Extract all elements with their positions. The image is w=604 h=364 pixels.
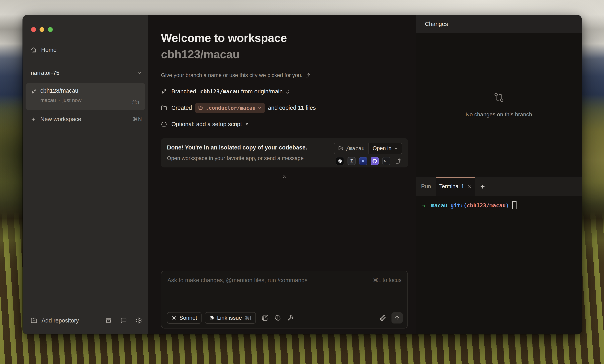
- brain-button[interactable]: [275, 315, 281, 321]
- composer-placeholder: Ask to make changes, @mention files, run…: [167, 277, 402, 284]
- notebook-pen-button[interactable]: [262, 315, 268, 321]
- corner-right-up-icon: [305, 73, 310, 78]
- link-issue-shortcut: ⌘I: [245, 315, 252, 321]
- tab-terminal-1[interactable]: Terminal 1: [436, 177, 475, 196]
- new-workspace-button[interactable]: New workspace ⌘N: [23, 113, 148, 126]
- workspace-item-text: cbh123/macau macau · just now: [40, 87, 81, 110]
- prompt-git-open: git:(: [451, 202, 467, 208]
- terminal-output[interactable]: → macau git:( cbh123/macau ): [416, 196, 582, 334]
- terminal-glyph: >_: [384, 159, 389, 163]
- branch-name-hint: Give your branch a name or use this city…: [161, 72, 408, 78]
- folder-open-icon: [198, 106, 203, 110]
- home-label: Home: [41, 47, 57, 53]
- settings-button[interactable]: [136, 317, 142, 324]
- message-bubble-icon: [120, 317, 127, 324]
- meta-separator: ·: [58, 97, 60, 103]
- composer-toolbar: Sonnet Link issue ⌘I: [167, 312, 403, 324]
- model-label: Sonnet: [179, 315, 197, 321]
- send-message-button[interactable]: [391, 312, 403, 324]
- changes-header: Changes: [416, 15, 582, 33]
- gear-icon: [136, 317, 142, 324]
- conductor-folder-label: .conductor/macau: [205, 105, 255, 111]
- changes-title: Changes: [425, 21, 448, 27]
- tools-hammer-button[interactable]: [288, 315, 294, 321]
- git-branch-icon: [161, 89, 167, 95]
- archive-icon: [105, 317, 112, 324]
- prompt-arrow: →: [422, 202, 426, 208]
- sidebar: Home narrator-75 cbh123/macau macau · ju…: [23, 15, 148, 334]
- changes-empty-state: No changes on this branch: [416, 33, 582, 176]
- cursor-app-icon[interactable]: [336, 157, 344, 165]
- ghostty-app-icon[interactable]: [359, 157, 367, 165]
- chevron-down-icon: [137, 71, 142, 76]
- open-in-app-shortcuts: Z >_: [336, 157, 402, 165]
- chevron-down-icon: [258, 106, 262, 110]
- workspace-time: just now: [63, 97, 81, 103]
- branched-suffix: from origin/main: [241, 88, 283, 95]
- new-workspace-shortcut: ⌘N: [133, 116, 142, 122]
- close-tab-icon[interactable]: [467, 184, 472, 189]
- feedback-button[interactable]: [120, 317, 127, 324]
- paperclip-icon: [380, 315, 386, 321]
- prompt-git-close: ): [506, 202, 509, 208]
- sidebar-section-narrator-75[interactable]: narrator-75: [23, 67, 148, 79]
- repo-section-label: narrator-75: [31, 70, 59, 76]
- page-title: Welcome to workspace: [161, 30, 408, 46]
- conductor-folder-dropdown[interactable]: .conductor/macau: [195, 103, 265, 113]
- plus-icon: [31, 117, 36, 122]
- new-tab-button[interactable]: [475, 177, 490, 196]
- terminal-prompt: → macau git:( cbh123/macau ): [422, 201, 582, 210]
- git-branch-icon: [31, 89, 37, 110]
- open-folder-button[interactable]: /macau: [334, 143, 369, 154]
- share-up-icon[interactable]: [395, 158, 402, 164]
- step-created: Created .conductor/macau and copied 11 f…: [161, 103, 408, 113]
- sidebar-divider: [23, 61, 148, 61]
- minimize-window-button[interactable]: [39, 27, 44, 32]
- created-suffix: and copied 11 files: [268, 105, 316, 111]
- changes-panel: Changes No changes on this branch Run Te…: [416, 15, 582, 334]
- message-composer[interactable]: Ask to make changes, @mention files, run…: [161, 271, 408, 328]
- add-repository-label: Add repository: [41, 317, 79, 324]
- chevrons-up-icon[interactable]: [281, 173, 288, 179]
- close-window-button[interactable]: [31, 27, 36, 32]
- terminal-cursor: [512, 201, 516, 209]
- home-icon: [31, 47, 37, 53]
- prompt-branch: cbh123/macau: [467, 202, 506, 208]
- branch-name-input[interactable]: cbh123/macau: [161, 46, 408, 62]
- main-panel: Welcome to workspace cbh123/macau Give y…: [148, 15, 416, 334]
- zed-glyph: Z: [350, 158, 353, 163]
- tab-run[interactable]: Run: [416, 177, 436, 196]
- optional-label: Optional: add a setup script: [171, 121, 242, 128]
- link-issue-button[interactable]: Link issue ⌘I: [205, 312, 256, 324]
- terminal-tabbar: Run Terminal 1: [416, 176, 582, 196]
- open-button-group: /macau Open in: [334, 143, 403, 154]
- claude-asterisk-icon: [171, 315, 176, 320]
- info-circle-icon: [161, 121, 167, 127]
- step-optional-setup-script[interactable]: Optional: add a setup script: [161, 119, 408, 130]
- chevrons-up-down-icon[interactable]: [285, 89, 290, 94]
- workspace-branch: macau: [40, 97, 56, 103]
- branch-name-hint-text: Give your branch a name or use this city…: [161, 72, 302, 78]
- zoom-window-button[interactable]: [48, 27, 53, 32]
- new-workspace-label: New workspace: [40, 116, 81, 122]
- sidebar-footer: Add repository: [23, 312, 148, 334]
- terminal-app-icon[interactable]: >_: [382, 157, 390, 165]
- focus-shortcut-hint: ⌘L to focus: [373, 277, 402, 283]
- folder-plus-icon: [31, 317, 37, 324]
- prompt-cwd: macau: [431, 202, 447, 208]
- sidebar-item-home[interactable]: Home: [23, 44, 148, 56]
- branched-prefix: Branched: [171, 88, 196, 95]
- open-in-dropdown[interactable]: Open in: [368, 143, 402, 154]
- zed-app-icon[interactable]: Z: [348, 157, 355, 165]
- no-changes-label: No changes on this branch: [466, 111, 532, 118]
- open-in-label: Open in: [373, 145, 391, 151]
- composer-tools: [262, 315, 294, 321]
- workspace-item[interactable]: cbh123/macau macau · just now ⌘1: [25, 83, 145, 110]
- brain-icon: [275, 315, 281, 321]
- archive-button[interactable]: [105, 317, 112, 324]
- attach-file-button[interactable]: [380, 315, 386, 321]
- arrow-up-right-icon: [244, 122, 250, 127]
- model-selector-button[interactable]: Sonnet: [167, 312, 201, 324]
- github-desktop-app-icon[interactable]: [371, 157, 379, 165]
- add-repository-button[interactable]: Add repository: [31, 317, 79, 324]
